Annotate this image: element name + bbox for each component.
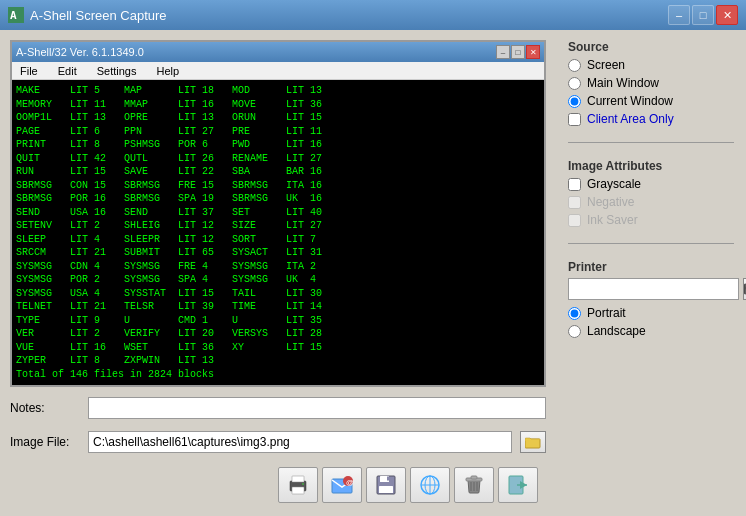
source-clientarea-checkbox[interactable] <box>568 113 581 126</box>
image-file-label: Image File: <box>10 435 80 449</box>
printer-title: Printer <box>568 260 734 274</box>
window-title: A-Shell Screen Capture <box>30 8 167 23</box>
terminal-line: SYSMSG CDN 4 SYSMSG FRE 4 SYSMSG ITA 2 <box>16 260 540 274</box>
negative-label: Negative <box>587 195 634 209</box>
source-screen-option[interactable]: Screen <box>568 58 734 72</box>
svg-point-6 <box>302 483 304 485</box>
printer-input[interactable] <box>568 278 739 300</box>
terminal-line: SBRMSG POR 16 SBRMSG SPA 19 SBRMSG UK 16 <box>16 192 540 206</box>
portrait-label: Portrait <box>587 306 626 320</box>
inner-window: A-Shell/32 Ver. 6.1.1349.0 – □ ✕ File Ed… <box>10 40 546 387</box>
terminal-line: VER LIT 2 VERIFY LIT 20 VERSYS LIT 28 <box>16 327 540 341</box>
terminal-line: SYSMSG USA 4 SYSSTAT LIT 15 TAIL LIT 30 <box>16 287 540 301</box>
negative-option[interactable]: Negative <box>568 195 734 209</box>
divider-1 <box>568 142 734 143</box>
landscape-radio[interactable] <box>568 325 581 338</box>
grayscale-option[interactable]: Grayscale <box>568 177 734 191</box>
source-screen-label: Screen <box>587 58 625 72</box>
terminal-line: TELNET LIT 21 TELSR LIT 39 TIME LIT 14 <box>16 300 540 314</box>
menu-settings[interactable]: Settings <box>93 64 141 78</box>
network-button[interactable] <box>410 467 450 503</box>
title-bar-left: A A-Shell Screen Capture <box>8 7 167 23</box>
notes-label: Notes: <box>10 401 80 415</box>
terminal-line: ZYPER LIT 8 ZXPWIN LIT 13 <box>16 354 540 368</box>
grayscale-checkbox[interactable] <box>568 178 581 191</box>
title-bar-buttons: – □ ✕ <box>668 5 738 25</box>
image-attributes-group: Grayscale Negative Ink Saver <box>568 177 734 227</box>
inner-maximize-button[interactable]: □ <box>511 45 525 59</box>
source-screen-radio[interactable] <box>568 59 581 72</box>
source-mainwindow-option[interactable]: Main Window <box>568 76 734 90</box>
source-mainwindow-radio[interactable] <box>568 77 581 90</box>
svg-rect-13 <box>387 477 389 481</box>
right-panel: Source Screen Main Window Current Window… <box>556 30 746 516</box>
source-currentwindow-option[interactable]: Current Window <box>568 94 734 108</box>
source-radio-group: Screen Main Window Current Window Client… <box>568 58 734 126</box>
svg-text:A: A <box>10 9 17 22</box>
printer-section: Printer Portrait <box>568 260 734 338</box>
image-file-row: Image File: <box>10 429 546 455</box>
terminal-line: MAKE LIT 5 MAP LIT 18 MOD LIT 13 <box>16 84 540 98</box>
inner-minimize-button[interactable]: – <box>496 45 510 59</box>
terminal-line: PAGE LIT 6 PPN LIT 27 PRE LIT 11 <box>16 125 540 139</box>
ink-saver-checkbox[interactable] <box>568 214 581 227</box>
notes-input[interactable] <box>88 397 546 419</box>
terminal-line: SEND USA 16 SEND LIT 37 SET LIT 40 <box>16 206 540 220</box>
exit-button[interactable] <box>498 467 538 503</box>
browse-folder-button[interactable] <box>520 431 546 453</box>
terminal-line: RUN LIT 15 SAVE LIT 22 SBA BAR 16 <box>16 165 540 179</box>
divider-2 <box>568 243 734 244</box>
svg-rect-19 <box>471 476 477 479</box>
source-currentwindow-label: Current Window <box>587 94 673 108</box>
terminal-area: MAKE LIT 5 MAP LIT 18 MOD LIT 13 MEMORY … <box>12 80 544 385</box>
image-attributes-title: Image Attributes <box>568 159 734 173</box>
menu-edit[interactable]: Edit <box>54 64 81 78</box>
email-button[interactable]: @ <box>322 467 362 503</box>
svg-rect-5 <box>292 476 304 482</box>
terminal-line: SRCCM LIT 21 SUBMIT LIT 65 SYSACT LIT 31 <box>16 246 540 260</box>
svg-rect-12 <box>379 486 393 493</box>
terminal-line: SLEEP LIT 4 SLEEPR LIT 12 SORT LIT 7 <box>16 233 540 247</box>
title-bar: A A-Shell Screen Capture – □ ✕ <box>0 0 746 30</box>
maximize-button[interactable]: □ <box>692 5 714 25</box>
landscape-label: Landscape <box>587 324 646 338</box>
left-panel: A-Shell/32 Ver. 6.1.1349.0 – □ ✕ File Ed… <box>0 30 556 516</box>
notes-row: Notes: <box>10 395 546 421</box>
source-mainwindow-label: Main Window <box>587 76 659 90</box>
portrait-radio[interactable] <box>568 307 581 320</box>
printer-orientation-group: Portrait Landscape <box>568 306 734 338</box>
ink-saver-option[interactable]: Ink Saver <box>568 213 734 227</box>
grayscale-label: Grayscale <box>587 177 641 191</box>
portrait-option[interactable]: Portrait <box>568 306 734 320</box>
terminal-line: SBRMSG CON 15 SBRMSG FRE 15 SBRMSG ITA 1… <box>16 179 540 193</box>
source-clientarea-option[interactable]: Client Area Only <box>568 112 734 126</box>
terminal-line: SYSMSG POR 2 SYSMSG SPA 4 SYSMSG UK 4 <box>16 273 540 287</box>
source-section: Source Screen Main Window Current Window… <box>568 40 734 126</box>
terminal-line: VUE LIT 16 WSET LIT 36 XY LIT 15 <box>16 341 540 355</box>
inner-window-title: A-Shell/32 Ver. 6.1.1349.0 <box>16 46 144 58</box>
menu-help[interactable]: Help <box>152 64 183 78</box>
main-content: A-Shell/32 Ver. 6.1.1349.0 – □ ✕ File Ed… <box>0 30 746 516</box>
source-clientarea-label: Client Area Only <box>587 112 674 126</box>
delete-button[interactable] <box>454 467 494 503</box>
save-button[interactable] <box>366 467 406 503</box>
printer-input-row <box>568 278 734 300</box>
inner-close-button[interactable]: ✕ <box>526 45 540 59</box>
landscape-option[interactable]: Landscape <box>568 324 734 338</box>
inner-title-bar: A-Shell/32 Ver. 6.1.1349.0 – □ ✕ <box>12 42 544 62</box>
inner-menu-bar: File Edit Settings Help <box>12 62 544 80</box>
ink-saver-label: Ink Saver <box>587 213 638 227</box>
terminal-line: Total of 146 files in 2824 blocks <box>16 368 540 382</box>
svg-text:@: @ <box>346 478 354 487</box>
terminal-line: OOMP1L LIT 13 OPRE LIT 13 ORUN LIT 15 <box>16 111 540 125</box>
negative-checkbox[interactable] <box>568 196 581 209</box>
inner-tb-buttons: – □ ✕ <box>496 45 540 59</box>
print-button[interactable] <box>278 467 318 503</box>
image-attributes-section: Image Attributes Grayscale Negative Ink … <box>568 159 734 227</box>
minimize-button[interactable]: – <box>668 5 690 25</box>
image-file-input[interactable] <box>88 431 512 453</box>
source-currentwindow-radio[interactable] <box>568 95 581 108</box>
menu-file[interactable]: File <box>16 64 42 78</box>
terminal-line: QUIT LIT 42 QUTL LIT 26 RENAME LIT 27 <box>16 152 540 166</box>
close-button[interactable]: ✕ <box>716 5 738 25</box>
